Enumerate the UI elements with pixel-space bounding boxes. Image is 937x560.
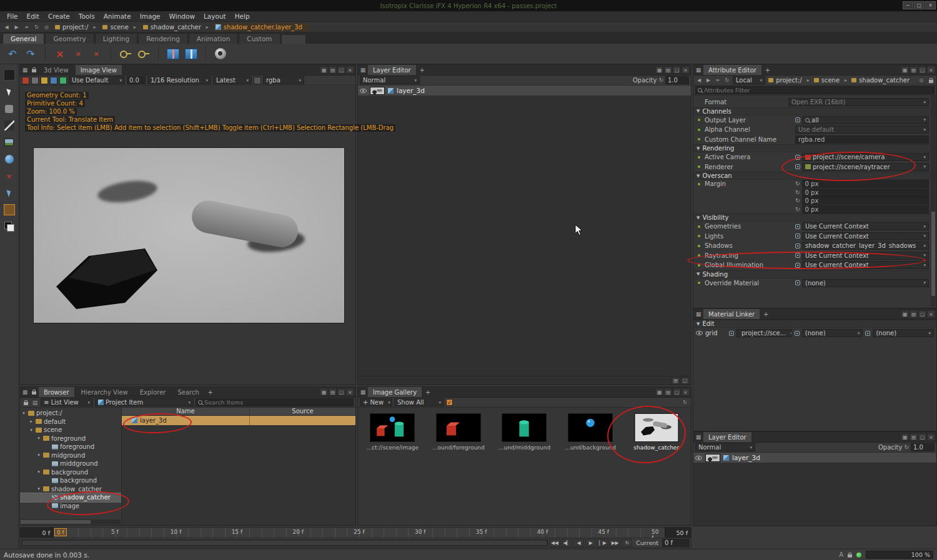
new-image-button[interactable]: +New <box>360 398 392 406</box>
panel-maximize-button[interactable]: □ <box>337 66 345 74</box>
tab-3d-view[interactable]: 3d View <box>39 65 74 75</box>
plug-icon[interactable] <box>795 233 800 238</box>
expander-icon[interactable] <box>36 486 41 491</box>
range-end-field[interactable]: 50 f <box>665 528 691 538</box>
panel-split-button[interactable]: ▤ <box>910 310 918 318</box>
menu-create[interactable]: Create <box>44 12 74 21</box>
raytracing-value[interactable]: Use Current Context <box>802 252 929 260</box>
current-frame-marker[interactable]: 0 f <box>54 528 67 536</box>
timeline-ruler[interactable]: 0 f 5 f 10 f 15 f 20 f 25 f 30 f 35 f 40… <box>54 528 665 538</box>
panel-maximize-button[interactable]: □ <box>918 66 926 74</box>
add-tab-button[interactable]: + <box>763 67 772 74</box>
tab-explorer[interactable]: Explorer <box>135 387 172 397</box>
plug-icon[interactable] <box>795 243 800 248</box>
panel-close-button[interactable]: × <box>927 310 935 318</box>
expander-icon[interactable] <box>21 411 26 416</box>
panel-menu-icon[interactable]: ▦ <box>359 66 367 74</box>
layer-list-empty[interactable] <box>358 96 691 385</box>
panel-menu-icon[interactable]: ▦ <box>695 433 702 441</box>
plug-icon[interactable] <box>729 331 734 336</box>
scrollbar-thumb[interactable] <box>931 212 935 296</box>
panel-menu-icon[interactable]: ▦ <box>695 310 702 318</box>
tree-item-background-image[interactable]: background <box>20 476 121 485</box>
panel-close-button[interactable]: × <box>346 66 354 74</box>
tab-general[interactable]: General <box>2 33 44 44</box>
maximize-button[interactable]: ▢ <box>914 1 925 9</box>
menu-edit[interactable]: Edit <box>22 12 44 21</box>
override-material-value[interactable]: (none) <box>802 279 929 287</box>
layer-row[interactable]: layer_3d <box>358 86 691 96</box>
panel-menu-icon[interactable]: ▦ <box>21 66 29 74</box>
step-back-button[interactable]: ◀ <box>573 539 584 547</box>
nav-forward-icon[interactable]: ▶ <box>12 23 21 31</box>
nav-back-icon[interactable]: ◀ <box>2 23 11 31</box>
image-tool-icon[interactable] <box>4 137 15 148</box>
section-edit[interactable]: Edit <box>693 320 936 328</box>
tab-image-gallery[interactable]: Image Gallery <box>368 387 422 397</box>
panel-float-button[interactable]: ▦ <box>655 388 663 396</box>
plug-icon[interactable] <box>795 155 800 160</box>
add-tab-button[interactable]: + <box>206 389 215 396</box>
panel-maximize-button[interactable]: □ <box>918 310 926 318</box>
tab-search[interactable]: Search <box>172 387 204 397</box>
tab-custom[interactable]: Custom <box>239 33 280 44</box>
section-visibility[interactable]: Visibility <box>693 214 936 222</box>
redo-icon[interactable]: ↷ <box>23 46 38 61</box>
panel-split-button[interactable]: ▤ <box>664 66 672 74</box>
nav-refresh-icon[interactable]: ↻ <box>32 23 41 31</box>
gallery-item-scene-image[interactable]: ...ct://scene/image <box>362 413 424 451</box>
plug-icon[interactable] <box>795 253 800 258</box>
nav-history-icon[interactable]: ◎ <box>42 23 51 31</box>
margin-value-2[interactable]: 0 px <box>802 189 929 197</box>
minimize-button[interactable]: ─ <box>903 1 913 9</box>
gallery-item-middground[interactable]: ...und/middground <box>493 413 555 451</box>
undo-icon[interactable]: ↶ <box>5 46 20 61</box>
tab-lighting[interactable]: Lighting <box>95 33 137 44</box>
tree-item-shadow-catcher[interactable]: shadow_catcher <box>20 485 121 494</box>
tab-browser[interactable]: Browser <box>39 387 75 397</box>
panel-float-button[interactable]: ▦ <box>901 310 909 318</box>
linker-clipmap-dropdown[interactable]: (none) <box>873 329 934 337</box>
alpha-channel-value[interactable]: Use default <box>795 125 929 134</box>
panel-split-button[interactable]: ▤ <box>329 388 337 396</box>
plug-icon[interactable] <box>795 280 800 285</box>
attributes-filter-input[interactable] <box>704 87 932 94</box>
tree-item-project[interactable]: project:/ <box>20 409 121 418</box>
panel-close-button[interactable]: × <box>346 388 354 396</box>
tree-item-shadow-catcher-image[interactable]: shadow_catcher <box>20 493 121 502</box>
go-to-end-button[interactable]: ▶▶ <box>610 539 621 547</box>
gamma-icon[interactable] <box>50 77 57 84</box>
pointer-tool-icon[interactable] <box>4 187 15 199</box>
opacity-field[interactable]: 1.0 <box>911 443 935 451</box>
channel-dropdown[interactable]: rgba <box>263 76 304 84</box>
panel-float-button[interactable]: ▦ <box>901 433 909 441</box>
plug-icon[interactable] <box>795 224 800 229</box>
tab-layer-editor[interactable]: Layer Editor <box>368 65 417 75</box>
menu-window[interactable]: Window <box>165 12 199 21</box>
blend-mode-dropdown[interactable]: Normal <box>360 76 420 84</box>
section-shading[interactable]: Shading <box>693 270 936 278</box>
tab-material-linker[interactable]: Material Linker <box>703 309 760 319</box>
linker-target-dropdown[interactable]: project://sce... <box>736 329 792 337</box>
panel-split-button[interactable]: ▤ <box>910 66 918 74</box>
view-mode-dropdown[interactable]: ≡List View <box>41 398 93 406</box>
reset-icon[interactable]: ↻ <box>795 198 800 204</box>
layer-list-empty[interactable] <box>693 463 936 526</box>
attr-lock-icon[interactable] <box>927 76 935 84</box>
tree-horizontal-scrollbar[interactable] <box>21 519 121 524</box>
layer-row[interactable]: layer_3d <box>693 453 936 463</box>
panel-close-button[interactable]: × <box>927 433 935 441</box>
tree-item-midground[interactable]: midground <box>20 451 121 460</box>
browser-search[interactable] <box>196 398 354 406</box>
select-tool-icon[interactable] <box>4 86 15 97</box>
attr-breadcrumb-scene[interactable]: scene <box>813 77 848 84</box>
section-channels[interactable]: Channels <box>693 107 936 115</box>
tree-item-scene[interactable]: scene <box>20 426 121 435</box>
range-start-field[interactable]: 0 f <box>20 528 54 538</box>
set-keyframe-icon[interactable] <box>118 46 133 61</box>
tab-image-view[interactable]: Image View <box>76 65 122 75</box>
tab-geometry[interactable]: Geometry <box>45 33 94 44</box>
add-tab-button[interactable]: + <box>418 67 427 74</box>
margin-value-1[interactable]: 0 px <box>802 180 929 188</box>
panel-split-button[interactable]: ▤ <box>664 388 672 396</box>
